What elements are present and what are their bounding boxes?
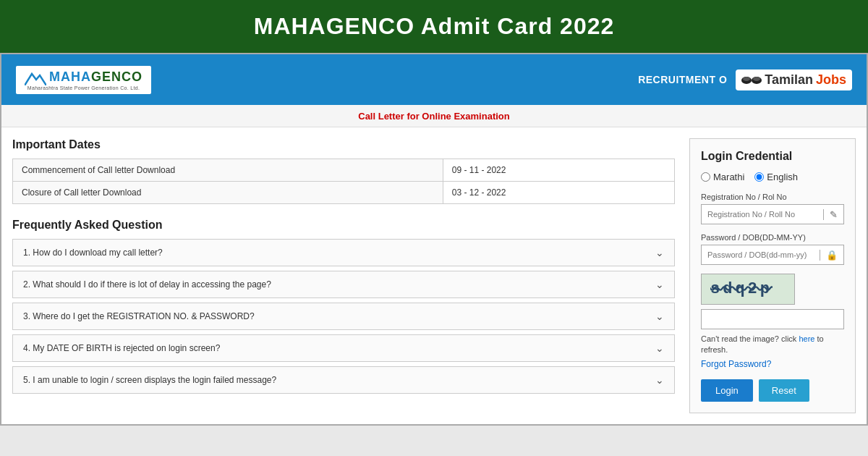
logo-genco: GENCO xyxy=(91,69,142,85)
faq-item-4[interactable]: 4. My DATE OF BIRTH is rejected on login… xyxy=(12,334,675,362)
english-label: English xyxy=(767,172,798,182)
tamilan-icon xyxy=(741,73,762,86)
important-dates-title: Important Dates xyxy=(12,138,675,151)
recruitment-text: RECRUITMENT O xyxy=(638,74,727,85)
svg-point-2 xyxy=(743,77,750,81)
pwd-input[interactable] xyxy=(702,245,820,264)
login-panel: Login Credential Marathi English Registr… xyxy=(689,138,856,413)
english-radio[interactable] xyxy=(754,172,764,182)
table-row: Commencement of Call letter Download 09 … xyxy=(13,159,675,182)
button-row: Login Reset xyxy=(701,379,844,402)
chevron-down-icon-1: ⌄ xyxy=(655,247,664,258)
reg-field-label: Registration No / Rol No xyxy=(701,193,844,201)
svg-point-3 xyxy=(753,77,760,81)
logo-subtitle: Maharashtra State Power Generation Co. L… xyxy=(27,85,140,90)
header-right: RECRUITMENT O TamilanJobs xyxy=(638,69,852,90)
date-label-1: Commencement of Call letter Download xyxy=(13,159,443,182)
left-content: Important Dates Commencement of Call let… xyxy=(12,138,689,413)
page-title-bar: MAHAGENCO Admit Card 2022 xyxy=(0,0,868,53)
faq-text-2: 2. What should I do if there is lot of d… xyxy=(23,279,271,290)
captcha-image: sdq2p xyxy=(701,274,795,305)
marathi-label: Marathi xyxy=(713,172,744,182)
header-bar: MAHAGENCO Maharashtra State Power Genera… xyxy=(1,54,867,105)
dates-table: Commencement of Call letter Download 09 … xyxy=(12,159,675,204)
faq-title: Frequently Asked Question xyxy=(12,219,675,232)
faq-item-3[interactable]: 3. Where do I get the REGISTRATION NO. &… xyxy=(12,303,675,330)
english-option[interactable]: English xyxy=(754,172,798,182)
body-layout: Important Dates Commencement of Call let… xyxy=(1,127,867,424)
chevron-down-icon-4: ⌄ xyxy=(655,342,664,354)
date-value-1: 09 - 11 - 2022 xyxy=(443,159,674,182)
tamilan-badge: TamilanJobs xyxy=(736,69,852,90)
forgot-password-link[interactable]: Forgot Password? xyxy=(701,359,844,369)
refresh-captcha-link[interactable]: here xyxy=(799,334,814,343)
date-label-2: Closure of Call letter Download xyxy=(13,182,443,204)
date-value-2: 03 - 12 - 2022 xyxy=(443,182,674,204)
lock-icon[interactable]: 🔒 xyxy=(820,250,843,261)
faq-text-4: 4. My DATE OF BIRTH is rejected on login… xyxy=(23,343,220,353)
jobs-text: Jobs xyxy=(816,72,846,88)
edit-icon[interactable]: ✎ xyxy=(823,209,843,220)
main-wrapper: MAHAGENCO Maharashtra State Power Genera… xyxy=(0,53,868,426)
language-selection: Marathi English xyxy=(701,172,844,182)
faq-item-2[interactable]: 2. What should I do if there is lot of d… xyxy=(12,271,675,298)
tamilan-text: Tamilan xyxy=(765,72,813,88)
faq-item-5[interactable]: 5. I am unable to login / screen display… xyxy=(12,366,675,394)
chevron-down-icon-2: ⌄ xyxy=(655,279,664,290)
chevron-down-icon-3: ⌄ xyxy=(655,311,664,322)
mountain-icon xyxy=(25,69,46,85)
pwd-input-row: 🔒 xyxy=(701,245,844,265)
pwd-field-label: Password / DOB(DD-MM-YY) xyxy=(701,233,844,242)
table-row: Closure of Call letter Download 03 - 12 … xyxy=(13,182,675,204)
sub-header: Call Letter for Online Examination xyxy=(1,105,867,127)
chevron-down-icon-5: ⌄ xyxy=(655,374,664,386)
sub-header-text: Call Letter for Online Examination xyxy=(358,111,509,122)
login-title: Login Credential xyxy=(701,150,844,163)
reset-button[interactable]: Reset xyxy=(759,379,809,402)
marathi-radio[interactable] xyxy=(701,172,710,182)
logo-maha: MAHA xyxy=(49,69,91,85)
captcha-input[interactable] xyxy=(701,309,844,329)
faq-text-5: 5. I am unable to login / screen display… xyxy=(23,375,276,385)
logo-area: MAHAGENCO Maharashtra State Power Genera… xyxy=(16,66,151,94)
page-title: MAHAGENCO Admit Card 2022 xyxy=(14,13,854,40)
faq-text-3: 3. Where do I get the REGISTRATION NO. &… xyxy=(23,311,255,321)
logo-main: MAHAGENCO xyxy=(25,69,142,85)
faq-item-1[interactable]: 1. How do I download my call letter? ⌄ xyxy=(12,239,675,266)
reg-input[interactable] xyxy=(702,205,823,224)
captcha-note: Can't read the image? click here to refr… xyxy=(701,334,844,356)
login-button[interactable]: Login xyxy=(701,379,753,402)
faq-text-1: 1. How do I download my call letter? xyxy=(23,248,163,258)
marathi-option[interactable]: Marathi xyxy=(701,172,744,182)
reg-input-row: ✎ xyxy=(701,204,844,224)
